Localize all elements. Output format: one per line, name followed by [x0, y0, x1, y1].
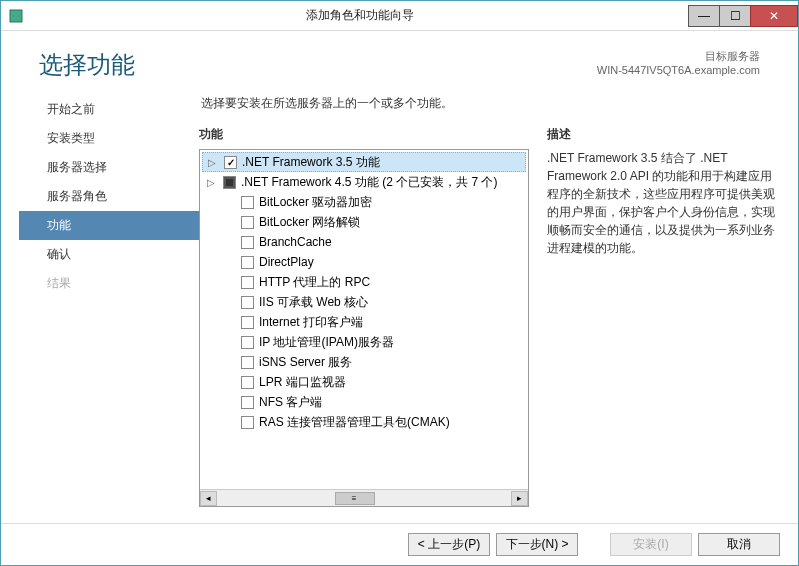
- main-layout: 开始之前安装类型服务器选择服务器角色功能确认结果 选择要安装在所选服务器上的一个…: [1, 87, 798, 507]
- feature-checkbox[interactable]: [241, 356, 254, 369]
- feature-label: .NET Framework 4.5 功能 (2 个已安装，共 7 个): [241, 174, 497, 191]
- feature-row-1[interactable]: ▷.NET Framework 4.5 功能 (2 个已安装，共 7 个): [202, 172, 526, 192]
- next-button[interactable]: 下一步(N) >: [496, 533, 578, 556]
- feature-label: iSNS Server 服务: [259, 354, 352, 371]
- maximize-button[interactable]: ☐: [719, 5, 751, 27]
- feature-label: BranchCache: [259, 235, 332, 249]
- feature-row-10[interactable]: iSNS Server 服务: [202, 352, 526, 372]
- close-button[interactable]: ✕: [750, 5, 798, 27]
- feature-checkbox[interactable]: [241, 276, 254, 289]
- feature-label: .NET Framework 3.5 功能: [242, 154, 380, 171]
- feature-row-6[interactable]: HTTP 代理上的 RPC: [202, 272, 526, 292]
- feature-label: Internet 打印客户端: [259, 314, 363, 331]
- feature-label: NFS 客户端: [259, 394, 322, 411]
- footer: < 上一步(P) 下一步(N) > 安装(I) 取消: [1, 523, 798, 565]
- content-split: 功能 ▷.NET Framework 3.5 功能▷.NET Framework…: [199, 126, 780, 507]
- sidebar-item-4[interactable]: 功能: [19, 211, 199, 240]
- features-list[interactable]: ▷.NET Framework 3.5 功能▷.NET Framework 4.…: [200, 150, 528, 489]
- scroll-right-button[interactable]: ▸: [511, 491, 528, 506]
- feature-row-8[interactable]: Internet 打印客户端: [202, 312, 526, 332]
- feature-checkbox[interactable]: [241, 336, 254, 349]
- previous-button[interactable]: < 上一步(P): [408, 533, 490, 556]
- sidebar-item-5[interactable]: 确认: [19, 240, 199, 269]
- target-server-box: 目标服务器 WIN-5447IV5QT6A.example.com: [597, 49, 760, 78]
- scroll-left-button[interactable]: ◂: [200, 491, 217, 506]
- sidebar-item-6: 结果: [19, 269, 199, 298]
- cancel-button[interactable]: 取消: [698, 533, 780, 556]
- feature-row-12[interactable]: NFS 客户端: [202, 392, 526, 412]
- feature-checkbox[interactable]: [241, 296, 254, 309]
- feature-row-11[interactable]: LPR 端口监视器: [202, 372, 526, 392]
- expand-icon[interactable]: ▷: [205, 157, 219, 168]
- feature-checkbox[interactable]: [241, 256, 254, 269]
- description-label: 描述: [547, 126, 780, 149]
- minimize-button[interactable]: —: [688, 5, 720, 27]
- scroll-thumb[interactable]: ≡: [335, 492, 375, 505]
- content: 选择要安装在所选服务器上的一个或多个功能。 功能 ▷.NET Framework…: [199, 87, 780, 507]
- page-title: 选择功能: [39, 49, 135, 81]
- feature-row-4[interactable]: BranchCache: [202, 232, 526, 252]
- features-label: 功能: [199, 126, 529, 149]
- feature-row-13[interactable]: RAS 连接管理器管理工具包(CMAK): [202, 412, 526, 432]
- window-controls: — ☐ ✕: [689, 5, 798, 27]
- sidebar-item-0[interactable]: 开始之前: [19, 95, 199, 124]
- feature-checkbox[interactable]: [241, 216, 254, 229]
- feature-label: IIS 可承载 Web 核心: [259, 294, 368, 311]
- feature-checkbox[interactable]: [241, 376, 254, 389]
- feature-label: BitLocker 网络解锁: [259, 214, 360, 231]
- feature-label: HTTP 代理上的 RPC: [259, 274, 370, 291]
- sidebar-item-3[interactable]: 服务器角色: [19, 182, 199, 211]
- wizard-window: 添加角色和功能向导 — ☐ ✕ 选择功能 目标服务器 WIN-5447IV5QT…: [0, 0, 799, 566]
- features-listbox[interactable]: ▷.NET Framework 3.5 功能▷.NET Framework 4.…: [199, 149, 529, 507]
- feature-checkbox[interactable]: [224, 156, 237, 169]
- expand-icon[interactable]: ▷: [204, 177, 218, 188]
- install-button[interactable]: 安装(I): [610, 533, 692, 556]
- sidebar: 开始之前安装类型服务器选择服务器角色功能确认结果: [19, 87, 199, 507]
- scroll-track[interactable]: ≡: [217, 491, 511, 506]
- feature-row-2[interactable]: BitLocker 驱动器加密: [202, 192, 526, 212]
- feature-row-5[interactable]: DirectPlay: [202, 252, 526, 272]
- target-value: WIN-5447IV5QT6A.example.com: [597, 63, 760, 77]
- feature-row-3[interactable]: BitLocker 网络解锁: [202, 212, 526, 232]
- header-row: 选择功能 目标服务器 WIN-5447IV5QT6A.example.com: [1, 31, 798, 87]
- horizontal-scrollbar[interactable]: ◂ ≡ ▸: [200, 489, 528, 506]
- sidebar-item-2[interactable]: 服务器选择: [19, 153, 199, 182]
- feature-label: IP 地址管理(IPAM)服务器: [259, 334, 394, 351]
- feature-label: LPR 端口监视器: [259, 374, 346, 391]
- feature-checkbox[interactable]: [241, 396, 254, 409]
- sidebar-item-1[interactable]: 安装类型: [19, 124, 199, 153]
- target-label: 目标服务器: [597, 49, 760, 63]
- feature-label: DirectPlay: [259, 255, 314, 269]
- app-icon: [1, 1, 31, 31]
- description-text: .NET Framework 3.5 结合了 .NET Framework 2.…: [547, 149, 780, 257]
- feature-label: RAS 连接管理器管理工具包(CMAK): [259, 414, 450, 431]
- instruction-text: 选择要安装在所选服务器上的一个或多个功能。: [199, 87, 780, 126]
- description-column: 描述 .NET Framework 3.5 结合了 .NET Framework…: [547, 126, 780, 507]
- feature-row-7[interactable]: IIS 可承载 Web 核心: [202, 292, 526, 312]
- feature-checkbox[interactable]: [223, 176, 236, 189]
- feature-checkbox[interactable]: [241, 416, 254, 429]
- feature-checkbox[interactable]: [241, 236, 254, 249]
- features-column: 功能 ▷.NET Framework 3.5 功能▷.NET Framework…: [199, 126, 529, 507]
- feature-checkbox[interactable]: [241, 196, 254, 209]
- feature-label: BitLocker 驱动器加密: [259, 194, 372, 211]
- feature-checkbox[interactable]: [241, 316, 254, 329]
- svg-rect-0: [10, 10, 22, 22]
- feature-row-9[interactable]: IP 地址管理(IPAM)服务器: [202, 332, 526, 352]
- titlebar: 添加角色和功能向导 — ☐ ✕: [1, 1, 798, 31]
- window-title: 添加角色和功能向导: [31, 7, 689, 24]
- body: 选择功能 目标服务器 WIN-5447IV5QT6A.example.com 开…: [1, 31, 798, 507]
- feature-row-0[interactable]: ▷.NET Framework 3.5 功能: [202, 152, 526, 172]
